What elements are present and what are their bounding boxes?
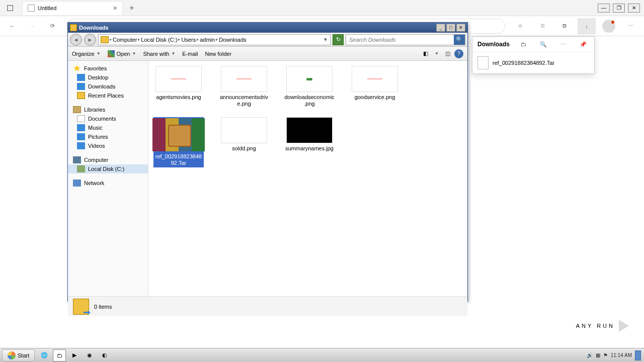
tray-flag-icon[interactable]: ⚑ xyxy=(603,352,608,358)
open-menu[interactable]: Open▼ xyxy=(108,50,136,57)
favorites-button[interactable]: ✩ xyxy=(533,18,551,34)
watermark: ANY RUN xyxy=(576,320,629,332)
nav-downloads[interactable]: Downloads xyxy=(68,82,148,91)
downloads-button[interactable]: ↓ xyxy=(578,18,596,34)
pin-icon[interactable]: 📌 xyxy=(577,41,589,48)
explorer-titlebar[interactable]: Downloads _ □ ✕ xyxy=(68,23,467,33)
taskbar-edge-icon[interactable]: ◐ xyxy=(98,349,111,361)
app-icon xyxy=(108,50,115,57)
start-button[interactable]: Start xyxy=(2,349,35,361)
window-controls: — ❐ ✕ xyxy=(598,4,644,13)
taskbar-chrome-icon[interactable]: ◉ xyxy=(83,349,96,361)
nav-documents[interactable]: Documents xyxy=(68,114,148,123)
help-button[interactable]: ? xyxy=(454,49,463,58)
maximize-button[interactable]: ❐ xyxy=(613,4,625,13)
nav-pictures[interactable]: Pictures xyxy=(68,132,148,141)
status-text: 0 items xyxy=(94,304,112,310)
tray-clock[interactable]: 11:14 AM xyxy=(611,352,632,358)
preview-pane-button[interactable]: ◫ xyxy=(443,49,452,58)
browser-tab[interactable]: Untitled × xyxy=(22,1,123,15)
download-filename: ref_0029188238489​2.Tar xyxy=(493,60,589,66)
file-item[interactable]: soldd.png xyxy=(219,117,269,167)
refresh-button[interactable]: ↻ xyxy=(333,34,344,45)
explorer-minimize[interactable]: _ xyxy=(436,24,445,32)
file-item[interactable]: announcementsdrive.png xyxy=(219,66,269,107)
explorer-toolbar: Organize▼ Open▼ Share with▼ E-mail New f… xyxy=(68,47,467,61)
nav-network[interactable]: Network xyxy=(68,178,148,188)
folder-icon xyxy=(73,299,89,315)
tray-network-icon[interactable]: ▦ xyxy=(596,352,600,358)
read-aloud-button[interactable]: ☆ xyxy=(511,18,529,34)
minimize-button[interactable]: — xyxy=(598,4,610,13)
nav-recent[interactable]: Recent Places xyxy=(68,91,148,100)
taskbar-media-icon[interactable]: ▶ xyxy=(68,349,81,361)
new-tab-button[interactable]: + xyxy=(125,1,139,15)
avatar-icon xyxy=(602,20,615,33)
search-box[interactable]: 🔍 xyxy=(346,34,465,45)
menu-button[interactable]: ⋯ xyxy=(622,18,640,34)
system-tray: 🔊 ▦ ⚑ 11:14 AM xyxy=(584,350,644,360)
nav-localdisk[interactable]: Local Disk (C:) xyxy=(68,164,148,173)
explorer-title: Downloads xyxy=(79,25,109,31)
new-folder-button[interactable]: New folder xyxy=(205,51,231,57)
nav-forward-button[interactable]: ► xyxy=(84,34,96,46)
nav-favorites[interactable]: Favorites xyxy=(68,64,148,73)
taskbar-ie-icon[interactable]: 🌐 xyxy=(38,349,51,361)
explorer-maximize[interactable]: □ xyxy=(446,24,455,32)
downloads-popup-title: Downloads xyxy=(477,41,510,48)
tab-close-button[interactable]: × xyxy=(113,4,117,12)
nav-videos[interactable]: Videos xyxy=(68,141,148,150)
file-item[interactable]: ████downloadseconomic.png xyxy=(284,66,335,107)
email-button[interactable]: E-mail xyxy=(182,51,198,57)
explorer-status-bar: 0 items xyxy=(68,296,467,316)
show-desktop-button[interactable] xyxy=(635,350,641,360)
search-icon[interactable]: 🔍 xyxy=(537,41,549,48)
tray-sound-icon[interactable]: 🔊 xyxy=(587,352,593,358)
windows-orb-icon xyxy=(8,351,16,359)
nav-music[interactable]: Music xyxy=(68,123,148,132)
folder-icon xyxy=(70,24,77,31)
taskbar-explorer-icon[interactable]: 🗀 xyxy=(53,349,66,361)
explorer-file-pane[interactable]: agentsmovies.png announcementsdrive.png … xyxy=(148,61,467,296)
collections-button[interactable]: ⧉ xyxy=(555,18,574,34)
page-icon xyxy=(28,5,35,12)
file-item[interactable]: agentsmovies.png xyxy=(153,66,204,107)
refresh-button[interactable]: ⟳ xyxy=(44,18,60,34)
nav-libraries[interactable]: Libraries xyxy=(68,105,148,114)
file-item-selected[interactable]: ref_0029188238489​2.Tar xyxy=(153,117,204,167)
view-button[interactable]: ◧ xyxy=(421,49,430,58)
chevron-down-icon[interactable]: ▾ xyxy=(322,36,329,43)
profile-button[interactable] xyxy=(600,18,618,34)
open-folder-icon[interactable]: 🗀 xyxy=(518,41,530,47)
forward-button[interactable]: → xyxy=(24,18,40,34)
folder-icon xyxy=(101,36,109,43)
file-item[interactable]: summarynames.jpg xyxy=(284,117,335,167)
search-input[interactable] xyxy=(346,37,454,43)
share-menu[interactable]: Share with▼ xyxy=(143,51,175,57)
svg-rect-0 xyxy=(8,5,13,11)
back-button[interactable]: ← xyxy=(4,18,20,34)
taskbar: Start 🌐 🗀 ▶ ◉ ◐ 🔊 ▦ ⚑ 11:14 AM xyxy=(0,348,644,362)
browser-tab-strip: Untitled × + — ❐ ✕ xyxy=(0,0,644,16)
explorer-window: Downloads _ □ ✕ ◄ ► ▸Computer ▸Local Dis… xyxy=(67,22,468,302)
explorer-address-bar: ◄ ► ▸Computer ▸Local Disk (C:) ▸Users ▸a… xyxy=(68,33,467,47)
file-item[interactable]: goodservice.png xyxy=(350,66,400,107)
tab-actions-button[interactable] xyxy=(0,0,20,16)
explorer-close[interactable]: ✕ xyxy=(456,24,465,32)
download-item[interactable]: ref_0029188238489​2.Tar xyxy=(472,52,594,73)
close-button[interactable]: ✕ xyxy=(628,4,640,13)
nav-desktop[interactable]: Desktop xyxy=(68,73,148,82)
downloads-popup: Downloads 🗀 🔍 ⋯ 📌 ref_0029188238489​2.Ta… xyxy=(472,36,595,74)
breadcrumb[interactable]: ▸Computer ▸Local Disk (C:) ▸Users ▸admin… xyxy=(98,34,331,45)
organize-menu[interactable]: Organize▼ xyxy=(72,51,101,57)
tab-title: Untitled xyxy=(38,5,56,11)
file-icon xyxy=(477,56,489,69)
search-go-button[interactable]: 🔍 xyxy=(454,35,465,45)
more-icon[interactable]: ⋯ xyxy=(557,41,569,48)
nav-back-button[interactable]: ◄ xyxy=(70,34,82,46)
nav-computer[interactable]: Computer xyxy=(68,155,148,164)
explorer-nav-pane: Favorites Desktop Downloads Recent Place… xyxy=(68,61,148,296)
